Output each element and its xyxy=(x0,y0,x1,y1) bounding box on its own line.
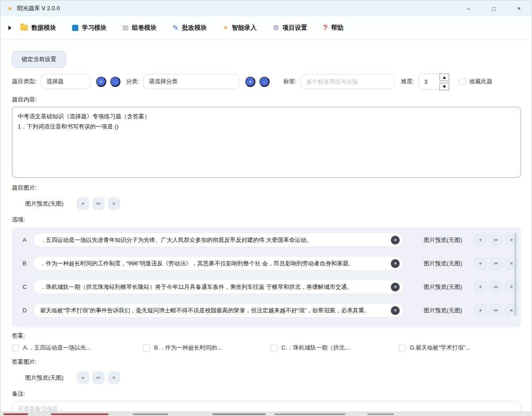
question-type-input[interactable] xyxy=(41,74,90,89)
menu-label: 智能录入 xyxy=(232,24,257,32)
sparkle-icon: ✦ xyxy=(223,24,228,32)
strip-mark xyxy=(367,413,394,415)
difficulty-spinner[interactable]: 3 xyxy=(418,74,449,89)
option-d-clear-icon[interactable]: ✕ xyxy=(391,306,400,315)
strip-mark xyxy=(212,413,266,415)
menu-item-data-module[interactable]: 数据模块 xyxy=(20,24,56,32)
menu-item-study-module[interactable]: 学习模块 xyxy=(72,24,107,32)
option-b-clear-icon[interactable]: ✕ xyxy=(391,259,400,268)
option-d-image-preview: 图片预览(无图) xyxy=(424,307,462,315)
option-d-image-crop-button[interactable]: ✂ xyxy=(490,304,502,316)
option-a-image-add-button[interactable]: + xyxy=(474,234,486,246)
option-a-image-crop-button[interactable]: ✂ xyxy=(490,234,502,246)
menu-label: 项目设置 xyxy=(282,24,307,32)
option-a-clear-icon[interactable]: ✕ xyxy=(391,236,400,245)
option-letter: B xyxy=(23,260,33,267)
answer-d-checkbox[interactable] xyxy=(399,344,406,351)
type-label: 题目类型: xyxy=(12,78,37,86)
question-image-preview: 图片预览(无图) xyxy=(25,200,64,208)
answer-a-label: A.．五四运动是一场以先... xyxy=(23,344,91,352)
type-add-button[interactable]: + xyxy=(96,77,106,87)
category-remove-button[interactable]: - xyxy=(259,77,270,87)
difficulty-value: 3 xyxy=(424,78,428,85)
menu-label: 学习模块 xyxy=(82,24,107,32)
option-c-clear-icon[interactable]: ✕ xyxy=(391,283,400,292)
answer-item-a: A.．五四运动是一场以先... xyxy=(12,344,143,352)
spinner-up-button[interactable] xyxy=(439,74,449,81)
option-c-image-add-button[interactable]: + xyxy=(474,281,486,293)
option-b-image-crop-button[interactable]: ✂ xyxy=(490,257,502,269)
options-label: 选项: xyxy=(12,216,520,224)
menu-item-smart-input[interactable]: ✦ 智能录入 xyxy=(223,24,257,32)
lock-settings-button[interactable]: 锁定当前设置 xyxy=(12,51,66,68)
option-row-c: C ．珠机城轨一期（拱北珠海站到横琴长隆站）将于今年11月具备通车条件，乘坐列车… xyxy=(23,280,521,294)
answer-item-b: B.．作为一种超长时间的... xyxy=(143,344,270,352)
spinner-buttons xyxy=(439,74,449,90)
category-add-button[interactable]: + xyxy=(245,77,255,87)
question-content-textarea[interactable]: 中考语文基础知识《选择题》专项练习题（含答案） 1．下列词语注音和书写有误的一项… xyxy=(12,107,521,178)
menu-item-help[interactable]: ? 帮助 xyxy=(323,24,343,32)
gear-icon: ⚙ xyxy=(273,23,279,32)
tags-label: 标签: xyxy=(283,78,297,86)
answer-a-checkbox[interactable] xyxy=(12,344,19,351)
meta-row: 题目类型: + - 分类: + - 标签: 难度: 3 收藏此题 xyxy=(12,74,520,89)
option-text: ．作为一种超长时间的工作制度，“996”明显违反《劳动法》，其恶果不仅影响到整个… xyxy=(40,260,354,268)
minimize-icon[interactable]: – xyxy=(456,0,481,16)
answer-image-remove-button[interactable]: × xyxy=(108,372,120,384)
option-text: ．五四运动是一场以先进青年知识分子为先锋、广大人民群众参加的彻底反帝反封建的伟 … xyxy=(40,236,312,244)
question-image-add-button[interactable]: + xyxy=(77,198,89,210)
answer-d-label: D.翟天临被“学术打假”... xyxy=(410,344,470,352)
question-image-remove-button[interactable]: × xyxy=(108,198,120,210)
strip-mark xyxy=(274,413,345,415)
menu-item-paper-module[interactable]: 组卷模块 xyxy=(123,24,157,32)
maximize-icon[interactable]: □ xyxy=(481,0,506,16)
option-d-input[interactable]: 翟天临被“学术打假”的事件告诉我们，毫无疑问博士帽不得不说是校园最高的荣誉，但注… xyxy=(33,303,403,318)
arrow-up-icon xyxy=(443,76,446,79)
help-icon: ? xyxy=(323,24,328,32)
option-letter: C xyxy=(23,284,33,290)
option-text: 翟天临被“学术打假”的事件告诉我们，毫无疑问博士帽不得不说是校园最高的荣誉，但注… xyxy=(40,307,370,315)
difficulty-label: 难度: xyxy=(401,78,414,86)
answer-item-c: C.．珠机城轨一期（拱北... xyxy=(270,344,399,352)
answers-row: A.．五四运动是一场以先... B.．作为一种超长时间的... C.．珠机城轨一… xyxy=(12,344,520,352)
note-input[interactable] xyxy=(12,401,521,412)
question-image-label: 题目图片: xyxy=(12,184,520,192)
question-image-crop-button[interactable]: ✂ xyxy=(93,198,104,210)
folder-icon xyxy=(20,25,28,31)
option-letter: A xyxy=(23,237,33,243)
answer-item-d: D.翟天临被“学术打假”... xyxy=(399,344,520,352)
answer-c-checkbox[interactable] xyxy=(270,344,278,351)
option-b-image-add-button[interactable]: + xyxy=(474,257,486,269)
option-row-b: B ．作为一种超长时间的工作制度，“996”明显违反《劳动法》，其恶果不仅影响到… xyxy=(23,256,521,271)
menu-label: 批改模块 xyxy=(182,24,207,32)
option-row-d: D 翟天临被“学术打假”的事件告诉我们，毫无疑问博士帽不得不说是校园最高的荣誉，… xyxy=(23,303,521,318)
favorite-checkbox[interactable] xyxy=(459,78,466,85)
strip-mark xyxy=(51,413,108,415)
note-label: 备注: xyxy=(12,390,520,398)
close-icon[interactable]: × xyxy=(506,0,532,16)
option-letter: D xyxy=(23,307,33,314)
answer-b-checkbox[interactable] xyxy=(143,344,150,351)
collapse-arrow-icon[interactable] xyxy=(8,26,12,30)
option-d-image-add-button[interactable]: + xyxy=(474,304,486,316)
option-c-input[interactable]: ．珠机城轨一期（拱北珠海站到横琴长隆站）将于今年11月具备通车条件，乘坐列车往返… xyxy=(33,280,403,294)
menu-item-grading-module[interactable]: ✎ 批改模块 xyxy=(173,23,207,32)
type-remove-button[interactable]: - xyxy=(110,77,120,87)
titlebar: ☀ 阳光题库 V 2.0.0 – □ × xyxy=(0,0,532,16)
answer-image-crop-button[interactable]: ✂ xyxy=(93,372,104,384)
tags-input[interactable] xyxy=(301,74,394,89)
option-a-image-preview: 图片预览(无图) xyxy=(424,236,462,244)
app-window: ☀ 阳光题库 V 2.0.0 – □ × 数据模块 学习模块 组卷模块 ✎ 批改… xyxy=(0,0,532,412)
options-scrollbar[interactable] xyxy=(514,233,517,316)
category-label: 分类: xyxy=(126,78,139,86)
answer-image-add-button[interactable]: + xyxy=(77,372,89,384)
category-input[interactable] xyxy=(143,74,239,89)
option-c-image-crop-button[interactable]: ✂ xyxy=(490,281,502,293)
option-b-input[interactable]: ．作为一种超长时间的工作制度，“996”明显违反《劳动法》，其恶果不仅影响到整个… xyxy=(33,256,403,271)
form-content: 锁定当前设置 题目类型: + - 分类: + - 标签: 难度: 3 收藏此题 xyxy=(0,39,532,412)
spinner-down-button[interactable] xyxy=(439,83,449,90)
menu-label: 组卷模块 xyxy=(132,24,157,32)
menu-item-project-settings[interactable]: ⚙ 项目设置 xyxy=(273,23,307,32)
option-a-input[interactable]: ．五四运动是一场以先进青年知识分子为先锋、广大人民群众参加的彻底反帝反封建的伟 … xyxy=(33,233,403,247)
arrow-down-icon xyxy=(443,86,446,88)
